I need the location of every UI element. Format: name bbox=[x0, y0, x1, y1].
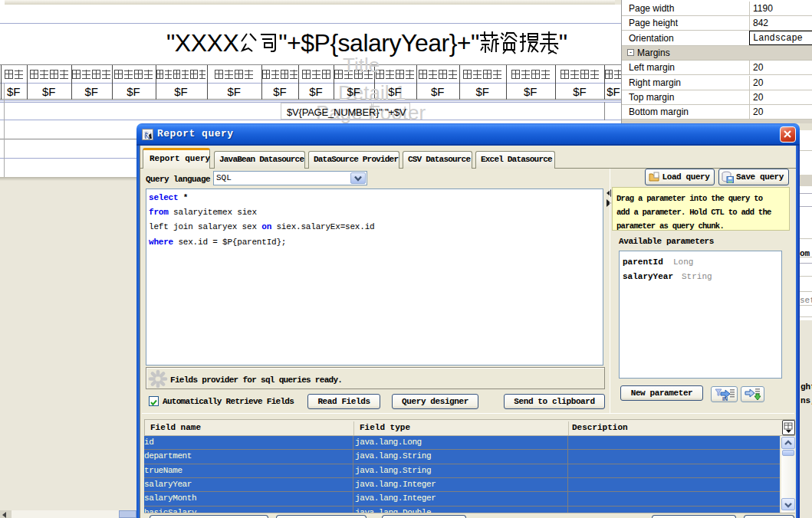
svg-text:IN: IN bbox=[722, 396, 728, 401]
